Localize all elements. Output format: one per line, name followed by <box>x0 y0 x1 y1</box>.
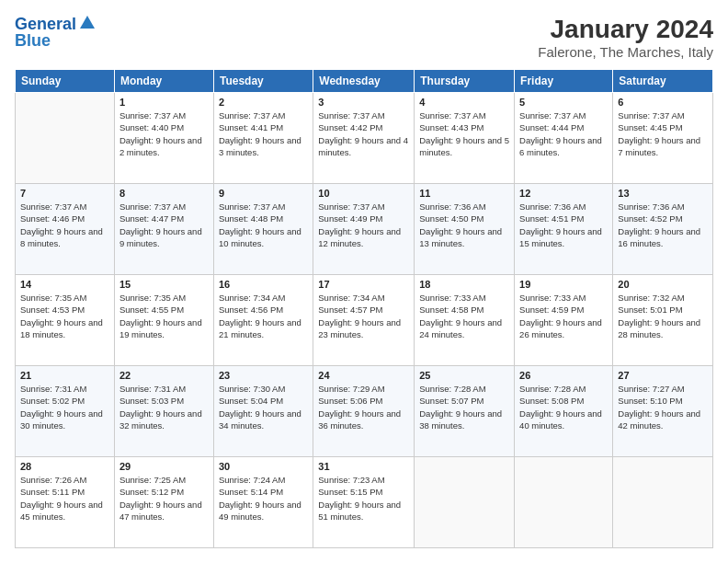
sunrise-text: Sunrise: 7:31 AM <box>119 383 209 395</box>
sunset-text: Sunset: 4:58 PM <box>419 304 509 316</box>
sunset-text: Sunset: 5:10 PM <box>618 395 708 407</box>
sunset-text: Sunset: 4:45 PM <box>618 121 708 133</box>
day-number: 16 <box>219 279 308 290</box>
logo-blue-text: Blue <box>15 31 51 52</box>
day-info: Sunrise: 7:36 AMSunset: 4:50 PMDaylight:… <box>419 201 509 249</box>
day-info: Sunrise: 7:36 AMSunset: 4:51 PMDaylight:… <box>519 201 608 249</box>
daylight-line1: Daylight: 9 hours and 47 minutes. <box>119 499 209 523</box>
day-info: Sunrise: 7:37 AMSunset: 4:40 PMDaylight:… <box>119 109 209 158</box>
daylight-line1: Daylight: 9 hours and 34 minutes. <box>219 408 308 432</box>
sunset-text: Sunset: 4:47 PM <box>119 213 209 224</box>
sunrise-text: Sunrise: 7:37 AM <box>119 109 209 121</box>
day-number: 29 <box>119 461 209 472</box>
day-number: 17 <box>318 279 409 290</box>
sunset-text: Sunset: 4:55 PM <box>119 304 209 316</box>
sunrise-text: Sunrise: 7:29 AM <box>318 383 409 395</box>
sunrise-text: Sunrise: 7:37 AM <box>219 201 308 213</box>
day-info: Sunrise: 7:37 AMSunset: 4:45 PMDaylight:… <box>618 109 708 158</box>
sunrise-text: Sunrise: 7:31 AM <box>20 383 109 395</box>
day-number: 3 <box>318 97 409 108</box>
calendar-cell: 18Sunrise: 7:33 AMSunset: 4:58 PMDayligh… <box>415 275 515 366</box>
daylight-line1: Daylight: 9 hours and 13 minutes. <box>419 225 509 250</box>
calendar-cell: 30Sunrise: 7:24 AMSunset: 5:14 PMDayligh… <box>213 457 313 548</box>
calendar-cell <box>415 457 515 548</box>
daylight-line1: Daylight: 9 hours and 10 minutes. <box>219 225 308 250</box>
sunset-text: Sunset: 5:15 PM <box>318 486 409 498</box>
day-number: 2 <box>219 97 308 108</box>
weekday-header-sunday: Sunday <box>16 70 115 93</box>
day-info: Sunrise: 7:26 AMSunset: 5:11 PMDaylight:… <box>20 474 109 523</box>
calendar-cell: 26Sunrise: 7:28 AMSunset: 5:08 PMDayligh… <box>515 366 613 457</box>
page-subtitle: Falerone, The Marches, Italy <box>538 44 713 60</box>
day-info: Sunrise: 7:37 AMSunset: 4:41 PMDaylight:… <box>219 109 308 158</box>
day-number: 26 <box>519 370 608 381</box>
sunset-text: Sunset: 4:40 PM <box>119 121 209 133</box>
sunset-text: Sunset: 4:56 PM <box>219 304 308 316</box>
daylight-line1: Daylight: 9 hours and 2 minutes. <box>119 134 209 159</box>
calendar-table: SundayMondayTuesdayWednesdayThursdayFrid… <box>15 69 713 548</box>
day-number: 31 <box>318 461 409 472</box>
day-number: 8 <box>119 188 209 199</box>
day-info: Sunrise: 7:34 AMSunset: 4:57 PMDaylight:… <box>318 292 409 340</box>
sunset-text: Sunset: 5:08 PM <box>519 395 608 407</box>
svg-marker-0 <box>80 16 95 29</box>
calendar-cell: 15Sunrise: 7:35 AMSunset: 4:55 PMDayligh… <box>114 275 213 366</box>
calendar-cell: 22Sunrise: 7:31 AMSunset: 5:03 PMDayligh… <box>114 366 213 457</box>
sunrise-text: Sunrise: 7:37 AM <box>318 201 409 213</box>
calendar-cell: 14Sunrise: 7:35 AMSunset: 4:53 PMDayligh… <box>16 275 115 366</box>
sunrise-text: Sunrise: 7:28 AM <box>419 383 509 395</box>
sunrise-text: Sunrise: 7:25 AM <box>119 474 209 486</box>
calendar-cell: 16Sunrise: 7:34 AMSunset: 4:56 PMDayligh… <box>213 275 313 366</box>
calendar-cell: 7Sunrise: 7:37 AMSunset: 4:46 PMDaylight… <box>16 184 115 275</box>
day-number: 19 <box>519 279 608 290</box>
calendar-cell: 6Sunrise: 7:37 AMSunset: 4:45 PMDaylight… <box>613 93 713 184</box>
calendar-week-row: 7Sunrise: 7:37 AMSunset: 4:46 PMDaylight… <box>16 184 713 275</box>
day-number: 18 <box>419 279 509 290</box>
calendar-cell: 19Sunrise: 7:33 AMSunset: 4:59 PMDayligh… <box>515 275 613 366</box>
day-number: 5 <box>519 97 608 108</box>
sunrise-text: Sunrise: 7:26 AM <box>20 474 109 486</box>
daylight-line1: Daylight: 9 hours and 45 minutes. <box>20 499 109 523</box>
calendar-cell: 21Sunrise: 7:31 AMSunset: 5:02 PMDayligh… <box>16 366 115 457</box>
weekday-header-thursday: Thursday <box>415 70 515 93</box>
calendar-cell: 2Sunrise: 7:37 AMSunset: 4:41 PMDaylight… <box>213 93 313 184</box>
daylight-line1: Daylight: 9 hours and 24 minutes. <box>419 316 509 341</box>
page-container: General Blue January 2024 Falerone, The … <box>0 0 728 563</box>
sunset-text: Sunset: 5:04 PM <box>219 395 308 407</box>
day-number: 14 <box>20 279 109 290</box>
sunrise-text: Sunrise: 7:35 AM <box>20 292 109 304</box>
day-info: Sunrise: 7:33 AMSunset: 4:58 PMDaylight:… <box>419 292 509 340</box>
daylight-line1: Daylight: 9 hours and 51 minutes. <box>318 499 409 523</box>
sunrise-text: Sunrise: 7:37 AM <box>318 109 409 121</box>
calendar-cell: 20Sunrise: 7:32 AMSunset: 5:01 PMDayligh… <box>613 275 713 366</box>
day-number: 4 <box>419 97 509 108</box>
day-number: 25 <box>419 370 509 381</box>
day-number: 20 <box>618 279 708 290</box>
calendar-cell <box>613 457 713 548</box>
sunset-text: Sunset: 4:51 PM <box>519 213 608 224</box>
calendar-cell: 10Sunrise: 7:37 AMSunset: 4:49 PMDayligh… <box>313 184 415 275</box>
day-info: Sunrise: 7:37 AMSunset: 4:43 PMDaylight:… <box>419 109 509 158</box>
calendar-cell: 11Sunrise: 7:36 AMSunset: 4:50 PMDayligh… <box>415 184 515 275</box>
sunset-text: Sunset: 4:57 PM <box>318 304 409 316</box>
daylight-line1: Daylight: 9 hours and 8 minutes. <box>20 225 109 250</box>
daylight-line1: Daylight: 9 hours and 26 minutes. <box>519 316 608 341</box>
daylight-line1: Daylight: 9 hours and 30 minutes. <box>20 408 109 432</box>
sunset-text: Sunset: 4:42 PM <box>318 121 409 133</box>
sunset-text: Sunset: 4:59 PM <box>519 304 608 316</box>
daylight-line1: Daylight: 9 hours and 16 minutes. <box>618 225 708 250</box>
day-info: Sunrise: 7:37 AMSunset: 4:46 PMDaylight:… <box>20 201 109 249</box>
sunset-text: Sunset: 5:07 PM <box>419 395 509 407</box>
day-info: Sunrise: 7:34 AMSunset: 4:56 PMDaylight:… <box>219 292 308 340</box>
day-info: Sunrise: 7:37 AMSunset: 4:49 PMDaylight:… <box>318 201 409 249</box>
daylight-line1: Daylight: 9 hours and 19 minutes. <box>119 316 209 341</box>
weekday-header-saturday: Saturday <box>613 70 713 93</box>
daylight-line1: Daylight: 9 hours and 5 minutes. <box>419 134 509 159</box>
day-number: 11 <box>419 188 509 199</box>
sunset-text: Sunset: 5:03 PM <box>119 395 209 407</box>
calendar-cell: 24Sunrise: 7:29 AMSunset: 5:06 PMDayligh… <box>313 366 415 457</box>
sunset-text: Sunset: 4:48 PM <box>219 213 308 224</box>
sunrise-text: Sunrise: 7:32 AM <box>618 292 708 304</box>
day-number: 30 <box>219 461 308 472</box>
day-info: Sunrise: 7:31 AMSunset: 5:03 PMDaylight:… <box>119 383 209 431</box>
